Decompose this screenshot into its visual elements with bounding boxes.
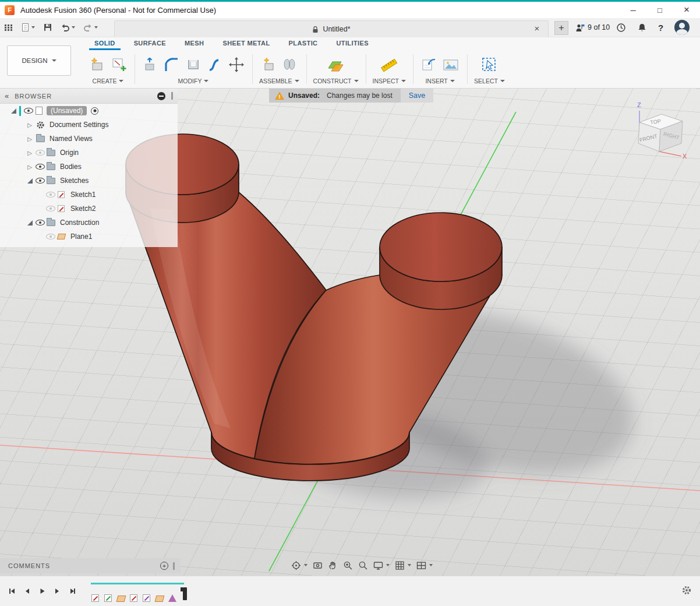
look-at-icon[interactable]	[313, 561, 323, 570]
play-icon[interactable]	[36, 586, 48, 597]
maximize-icon[interactable]: □	[646, 0, 673, 20]
file-new-icon[interactable]	[21, 23, 35, 32]
tab-surface[interactable]: SURFACE	[125, 40, 175, 50]
timeline-playhead[interactable]	[183, 587, 187, 600]
select-icon[interactable]	[480, 56, 498, 73]
expander-closed-icon[interactable]: ▷	[27, 150, 32, 156]
move-icon[interactable]	[228, 56, 245, 73]
measure-icon[interactable]	[380, 56, 398, 73]
hide-panel-icon[interactable]	[157, 92, 165, 100]
shell-icon[interactable]	[185, 56, 202, 73]
group-inspect-label[interactable]: INSPECT	[373, 77, 400, 84]
model-right-cap-top[interactable]	[380, 213, 502, 281]
tab-solid[interactable]: SOLID	[85, 40, 125, 50]
browser-item-sketch2[interactable]: Sketch2	[0, 202, 178, 216]
tab-sheet-metal[interactable]: SHEET METAL	[213, 40, 279, 50]
expander-open-icon[interactable]	[27, 178, 33, 184]
eye-hidden-icon[interactable]	[46, 234, 55, 239]
group-select-label[interactable]: SELECT	[474, 77, 498, 84]
insert-svg-icon[interactable]	[420, 56, 437, 73]
app-grid-icon[interactable]	[5, 24, 13, 31]
grid-display-icon[interactable]	[395, 561, 411, 570]
close-icon[interactable]: ×	[673, 0, 700, 20]
panel-grip-handle[interactable]	[171, 92, 173, 100]
timeline-feature-plane[interactable]	[116, 592, 125, 602]
joint-icon[interactable]	[281, 56, 298, 73]
group-create-label[interactable]: CREATE	[93, 77, 117, 84]
redo-icon[interactable]	[83, 23, 98, 32]
notifications-bell-icon[interactable]	[637, 18, 647, 37]
zoom-icon[interactable]	[358, 561, 368, 570]
close-document-icon[interactable]: ×	[532, 23, 542, 33]
viewports-icon[interactable]	[416, 561, 433, 570]
help-icon[interactable]: ?	[658, 18, 663, 37]
document-tab[interactable]: Untitled* ×	[114, 20, 549, 37]
browser-item-plane1[interactable]: Plane1	[0, 230, 178, 244]
save-icon[interactable]	[43, 23, 52, 32]
browser-item-origin[interactable]: ▷ Origin	[0, 146, 178, 160]
browser-item-document-settings[interactable]: ▷ Document Settings	[0, 118, 178, 132]
timeline-feature-sketch[interactable]	[129, 592, 138, 602]
eye-icon[interactable]	[36, 164, 45, 170]
browser-item-construction[interactable]: Construction	[0, 216, 178, 230]
panel-grip-handle[interactable]	[173, 562, 175, 570]
expander-closed-icon[interactable]: ▷	[27, 164, 32, 170]
tab-plastic[interactable]: PLASTIC	[280, 40, 327, 50]
minimize-icon[interactable]: ─	[620, 0, 646, 20]
tab-utilities[interactable]: UTILITIES	[327, 40, 378, 50]
clock-icon[interactable]	[616, 18, 626, 37]
group-construct-label[interactable]: CONSTRUCT	[313, 77, 352, 84]
timeline-feature-loft[interactable]	[168, 592, 176, 602]
timeline-feature-plane[interactable]	[155, 592, 164, 602]
browser-item-root[interactable]: (Unsaved)	[0, 104, 178, 118]
eye-icon[interactable]	[36, 220, 45, 226]
expander-open-icon[interactable]	[27, 220, 33, 226]
timeline-feature-sketch[interactable]	[142, 592, 151, 602]
undo-icon[interactable]	[61, 23, 75, 32]
browser-item-named-views[interactable]: ▷ Named Views	[0, 132, 178, 146]
group-modify-label[interactable]: MODIFY	[178, 77, 202, 84]
expander-closed-icon[interactable]: ▷	[27, 122, 32, 128]
group-assemble-label[interactable]: ASSEMBLE	[259, 77, 292, 84]
pan-icon[interactable]	[328, 561, 338, 570]
canvas-image-icon[interactable]	[441, 56, 460, 73]
orbit-icon[interactable]	[291, 561, 307, 570]
job-status[interactable]: 9 of 10	[575, 18, 610, 37]
viewport-3d[interactable]: ! Unsaved: Changes may be lost Save « BR…	[0, 89, 700, 576]
create-sketch-icon[interactable]	[110, 56, 128, 73]
expander-open-icon[interactable]	[11, 108, 16, 114]
zoom-window-icon[interactable]	[343, 561, 353, 570]
timeline-feature-sketch[interactable]	[91, 592, 100, 602]
collapse-panel-icon[interactable]: «	[5, 91, 9, 100]
new-component-icon[interactable]	[89, 56, 106, 73]
timeline-track[interactable]	[91, 581, 187, 602]
fillet-icon[interactable]	[163, 56, 181, 73]
add-comment-icon[interactable]: +	[160, 562, 168, 570]
workspace-selector[interactable]: DESIGN	[7, 45, 71, 76]
timeline-settings-gear-icon[interactable]	[681, 585, 692, 598]
sweep-icon[interactable]	[206, 56, 224, 73]
step-forward-icon[interactable]	[51, 586, 63, 597]
skip-start-icon[interactable]	[6, 586, 17, 597]
browser-item-sketches[interactable]: Sketches	[0, 174, 178, 188]
comments-panel[interactable]: COMMENTS +	[0, 558, 181, 573]
eye-icon[interactable]	[24, 108, 33, 114]
display-settings-icon[interactable]	[373, 561, 390, 570]
group-insert-label[interactable]: INSERT	[425, 77, 447, 84]
expander-closed-icon[interactable]: ▷	[27, 136, 32, 142]
new-tab-icon[interactable]: +	[554, 21, 568, 35]
activate-radio-icon[interactable]	[91, 107, 98, 115]
timeline-feature-sketch[interactable]	[104, 592, 112, 602]
skip-end-icon[interactable]	[66, 586, 78, 597]
press-pull-icon[interactable]	[142, 56, 159, 73]
avatar[interactable]	[674, 18, 690, 37]
construct-plane-icon[interactable]	[326, 56, 346, 73]
browser-item-bodies[interactable]: ▷ Bodies	[0, 160, 178, 174]
save-button[interactable]: Save	[401, 89, 434, 103]
view-cube[interactable]: Z X TOP FRONT RIGHT	[614, 96, 690, 163]
tab-mesh[interactable]: MESH	[175, 40, 213, 50]
eye-icon[interactable]	[36, 178, 45, 184]
new-component-icon[interactable]	[261, 56, 277, 73]
eye-hidden-icon[interactable]	[36, 150, 45, 156]
eye-hidden-icon[interactable]	[46, 206, 55, 212]
